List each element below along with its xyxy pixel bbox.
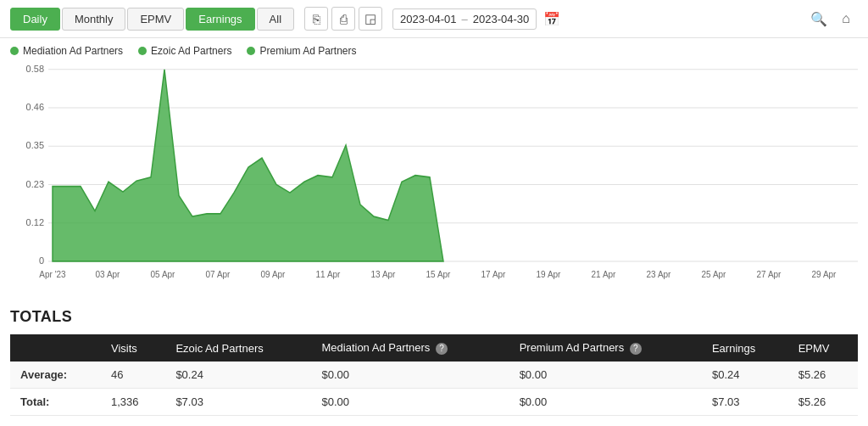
table-header-row: Visits Ezoic Ad Partners Mediation Ad Pa…: [10, 334, 858, 362]
svg-text:15 Apr: 15 Apr: [426, 270, 451, 279]
svg-text:09 Apr: 09 Apr: [261, 270, 286, 279]
chart-svg: 0.58 0.46 0.35 0.23 0.12 0 Apr '23 03 Ap…: [10, 60, 858, 298]
svg-text:07 Apr: 07 Apr: [206, 270, 231, 279]
table-row-average: Average: 46 $0.24 $0.00 $0.00 $0.24 $5.2…: [10, 362, 858, 389]
legend-label-ezoic: Ezoic Ad Partners: [151, 45, 231, 57]
svg-text:0.58: 0.58: [26, 64, 44, 74]
col-mediation: Mediation Ad Partners ?: [311, 334, 509, 362]
home-icon[interactable]: ⌂: [834, 7, 858, 31]
svg-text:03 Apr: 03 Apr: [96, 270, 120, 279]
chart-area: [53, 70, 443, 261]
svg-text:25 Apr: 25 Apr: [702, 270, 726, 279]
svg-text:Apr '23: Apr '23: [39, 270, 66, 279]
totals-table: Visits Ezoic Ad Partners Mediation Ad Pa…: [10, 334, 858, 416]
col-premium: Premium Ad Partners ?: [509, 334, 702, 362]
search-icon[interactable]: 🔍: [807, 7, 831, 31]
row-total-label: Total:: [10, 389, 101, 416]
legend-dot-premium: [247, 47, 255, 55]
btn-epmv[interactable]: EPMV: [127, 8, 184, 31]
row-total-ezoic: $7.03: [165, 389, 311, 416]
date-separator: –: [462, 13, 468, 25]
svg-text:05 Apr: 05 Apr: [151, 270, 175, 279]
col-earnings: Earnings: [702, 334, 788, 362]
legend-ezoic: Ezoic Ad Partners: [138, 45, 231, 57]
svg-text:0: 0: [39, 255, 44, 266]
row-average-visits: 46: [101, 362, 165, 389]
svg-text:0.12: 0.12: [26, 217, 44, 227]
date-range-picker[interactable]: 2023-04-01 – 2023-04-30: [392, 8, 537, 30]
row-total-premium: $0.00: [509, 389, 702, 416]
svg-text:0.35: 0.35: [26, 140, 44, 150]
btn-all[interactable]: All: [257, 8, 294, 31]
row-average-epmv: $5.26: [788, 362, 858, 389]
device-filter-group: ⎘ ⎙ ◲: [304, 7, 382, 31]
desktop-icon[interactable]: ◲: [359, 7, 382, 31]
svg-text:27 Apr: 27 Apr: [757, 270, 782, 279]
svg-text:23 Apr: 23 Apr: [647, 270, 671, 279]
btn-monthly[interactable]: Monthly: [62, 8, 126, 31]
row-total-visits: 1,336: [101, 389, 165, 416]
legend-label-premium: Premium Ad Partners: [259, 45, 356, 57]
mobile-icon[interactable]: ⎘: [304, 7, 328, 31]
btn-earnings[interactable]: Earnings: [186, 8, 254, 31]
toolbar: Daily Monthly EPMV Earnings All ⎘ ⎙ ◲ 20…: [0, 0, 868, 38]
col-ezoic: Ezoic Ad Partners: [165, 334, 311, 362]
date-start: 2023-04-01: [400, 13, 457, 25]
legend-premium: Premium Ad Partners: [247, 45, 356, 57]
row-average-premium: $0.00: [509, 362, 702, 389]
col-epmv: EPMV: [788, 334, 858, 362]
premium-help-icon[interactable]: ?: [630, 343, 642, 355]
row-average-earnings: $0.24: [702, 362, 788, 389]
svg-text:0.23: 0.23: [26, 178, 44, 188]
legend-mediation: Mediation Ad Partners: [10, 45, 123, 57]
svg-text:0.46: 0.46: [26, 102, 44, 112]
calendar-icon[interactable]: 📅: [540, 7, 564, 31]
row-average-label: Average:: [10, 362, 101, 389]
row-total-earnings: $7.03: [702, 389, 788, 416]
legend-label-mediation: Mediation Ad Partners: [23, 45, 123, 57]
svg-text:21 Apr: 21 Apr: [592, 270, 616, 279]
date-end: 2023-04-30: [473, 13, 530, 25]
time-filter-group: Daily Monthly EPMV Earnings All: [10, 8, 294, 31]
earnings-chart: 0.58 0.46 0.35 0.23 0.12 0 Apr '23 03 Ap…: [0, 60, 868, 298]
col-label: [10, 334, 101, 362]
legend-dot-ezoic: [138, 47, 147, 55]
row-total-mediation: $0.00: [311, 389, 509, 416]
svg-text:29 Apr: 29 Apr: [812, 270, 837, 279]
svg-text:13 Apr: 13 Apr: [371, 270, 396, 279]
table-row-total: Total: 1,336 $7.03 $0.00 $0.00 $7.03 $5.…: [10, 389, 858, 416]
btn-daily[interactable]: Daily: [10, 8, 60, 31]
row-average-ezoic: $0.24: [165, 362, 311, 389]
mediation-help-icon[interactable]: ?: [436, 343, 448, 355]
tablet-icon[interactable]: ⎙: [331, 7, 355, 31]
row-average-mediation: $0.00: [311, 362, 509, 389]
row-total-epmv: $5.26: [788, 389, 858, 416]
svg-text:19 Apr: 19 Apr: [537, 270, 561, 279]
svg-text:17 Apr: 17 Apr: [481, 270, 506, 279]
chart-legend: Mediation Ad Partners Ezoic Ad Partners …: [0, 38, 868, 60]
col-visits: Visits: [101, 334, 165, 362]
svg-text:11 Apr: 11 Apr: [316, 270, 341, 279]
totals-section: TOTALS Visits Ezoic Ad Partners Mediatio…: [0, 298, 868, 416]
legend-dot-mediation: [10, 47, 19, 55]
totals-title: TOTALS: [10, 308, 858, 326]
